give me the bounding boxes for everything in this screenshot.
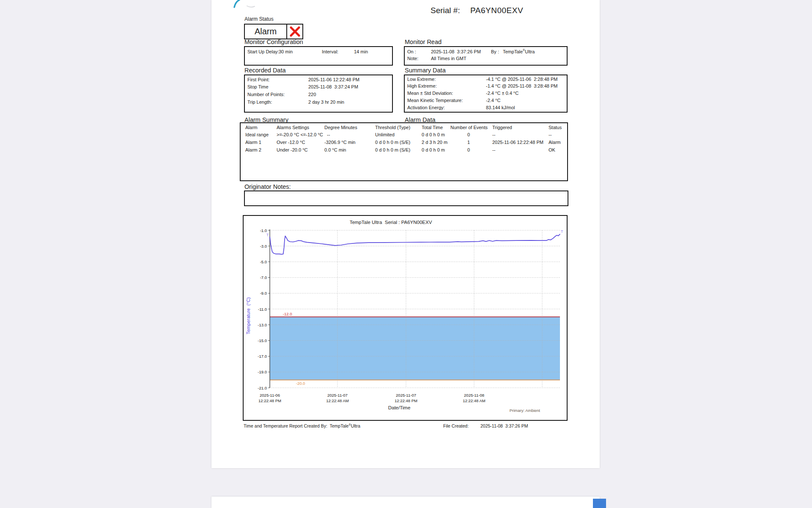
summary-row-label: High Extreme: <box>407 83 437 89</box>
next-page-sliver <box>211 497 600 508</box>
y-axis-title: Temperature (°C) <box>246 297 251 334</box>
recorded-row-value: 220 <box>308 92 316 97</box>
recorded-row-value: 2025-11-08 3:37:24 PM <box>308 84 358 90</box>
summary-data-box: Low Extreme: -4.1 °C @ 2025-11-06 2:28:4… <box>404 75 568 113</box>
report-page: Serial #: PA6YN00EXV Alarm Status Alarm … <box>211 0 600 468</box>
y-tick-label: -5.0 <box>260 260 267 264</box>
sensitech-logo-swoosh-icon <box>230 0 260 11</box>
y-tick-label: -11.0 <box>258 307 267 312</box>
table-cell: 0 d 0 h 0 m (S/E) <box>375 147 410 153</box>
table-cell: Over -12.0 °C <box>277 140 305 145</box>
read-on-value: 2025-11-08 3:37:26 PM <box>431 49 481 55</box>
summary-row-label: Activation Energy: <box>407 105 445 110</box>
table-cell: 1 <box>450 140 487 145</box>
y-tick-label: -19.0 <box>258 370 267 374</box>
footer-created-by: Time and Temperature Report Created By: … <box>244 423 360 428</box>
table-cell: -- <box>327 132 330 138</box>
table-cell: Unlimited <box>375 132 395 138</box>
table-cell: 0 <box>450 132 487 138</box>
col-header-triggered: Triggered <box>492 125 512 130</box>
table-cell: Under -20.0 °C <box>277 147 308 153</box>
footer-file-created-label: File Created: <box>443 423 469 428</box>
monitor-read-box: On : 2025-11-08 3:37:26 PM By : TempTale… <box>404 46 568 66</box>
y-tick-label: -13.0 <box>258 323 267 327</box>
y-tick-label: -17.0 <box>258 354 267 359</box>
temperature-chart: -12.0-20.0-1.0-3.0-5.0-7.0-9.0-11.0-13.0… <box>244 216 565 418</box>
monitor-configuration-box: Start Up Delay: 30 min Interval: 14 min <box>244 46 393 66</box>
x-tick-time: 12:22:48 AM <box>326 398 348 403</box>
monitor-read-heading: Monitor Read <box>405 39 442 45</box>
col-header-alarms-settings: Alarms Settings <box>277 125 309 130</box>
summary-row-value: 83.144 kJ/mol <box>486 105 515 110</box>
y-tick-label: -3.0 <box>260 244 267 248</box>
temperature-chart-frame: -12.0-20.0-1.0-3.0-5.0-7.0-9.0-11.0-13.0… <box>243 215 568 421</box>
x-tick-time: 12:22:48 AM <box>463 398 485 403</box>
x-tick-date: 2025-11-08 <box>464 393 484 398</box>
y-tick-label: -1.0 <box>260 228 267 233</box>
alarm-status-box: Alarm <box>244 24 303 39</box>
summary-data-heading: Summary Data <box>405 67 446 74</box>
serial-label: Serial #: <box>431 6 460 15</box>
recorded-row-label: Number of Points: <box>247 92 285 97</box>
alarm-x-cell <box>286 25 302 39</box>
table-cell: 0 d 0 h 0 m (S/E) <box>375 140 410 145</box>
x-tick-date: 2025-11-07 <box>396 393 416 398</box>
summary-row-label: Low Extreme: <box>407 77 436 82</box>
table-cell: Ideal range <box>245 132 269 138</box>
startup-delay-value: 30 min <box>279 49 293 55</box>
legend-primary-ambient: Primary: Ambient <box>510 408 540 413</box>
read-note-label: Note: <box>407 56 418 61</box>
footer-file-created-value: 2025-11-08 3:37:26 PM <box>480 423 528 428</box>
col-header-status: Status <box>549 125 562 130</box>
y-tick-label: -15.0 <box>258 338 267 343</box>
originator-notes-heading: Originator Notes: <box>244 183 291 190</box>
alarm-x-icon <box>290 26 300 37</box>
chart-title: TempTale Ultra Serial : PA6YN00EXV <box>350 220 432 225</box>
interval-label: Interval: <box>322 49 338 55</box>
originator-notes-box <box>244 190 568 206</box>
table-cell: Alarm 1 <box>245 140 261 145</box>
summary-row-value: -2.4 °C ± 0.4 °C <box>486 91 518 96</box>
recorded-data-box: First Point: 2025-11-06 12:22:48 PM Stop… <box>244 75 393 113</box>
col-header-degree-minutes: Degree Minutes <box>324 125 357 130</box>
x-tick-date: 2025-11-06 <box>260 393 280 398</box>
table-cell: 2025-11-06 12:22:48 PM <box>492 140 543 145</box>
table-cell: -- <box>492 147 495 153</box>
col-header-alarm: Alarm <box>245 125 258 130</box>
y-tick-label: -7.0 <box>260 275 267 280</box>
series-start-marker: T <box>266 233 269 237</box>
table-cell: 0 d 0 h 0 m <box>422 147 445 153</box>
x-axis-title: Date/Time <box>388 405 411 410</box>
table-cell: 0.0 °C min <box>324 147 346 153</box>
table-cell: Alarm <box>549 140 561 145</box>
col-header-threshold: Threshold (Type) <box>375 125 410 130</box>
summary-row-value: -4.1 °C @ 2025-11-06 2:28:48 PM <box>486 77 557 82</box>
table-cell: 0 d 0 h 0 m <box>422 132 445 138</box>
recorded-row-value: 2 day 3 hr 20 min <box>308 99 344 105</box>
summary-row-value: -1.4 °C @ 2025-11-08 3:28:48 PM <box>486 83 557 89</box>
table-cell: -- <box>492 132 495 138</box>
read-note-value: All Times in GMT <box>431 56 466 61</box>
table-cell: >=-20.0 °C <=-12.0 °C <box>277 132 323 138</box>
serial-value: PA6YN00EXV <box>470 6 523 15</box>
ideal-range-band <box>270 317 560 380</box>
recorded-row-value: 2025-11-06 12:22:48 PM <box>308 77 359 83</box>
monitor-configuration-heading: Monitor Configuration <box>244 39 303 45</box>
summary-row-label: Mean ± Std Deviation: <box>407 91 453 96</box>
series-end-marker: T <box>561 229 563 234</box>
table-cell: 2 d 3 h 20 m <box>422 140 447 145</box>
read-by-label: By : <box>491 49 499 55</box>
recorded-data-heading: Recorded Data <box>244 67 286 74</box>
interval-value: 14 min <box>354 49 368 55</box>
summary-row-value: -2.4 °C <box>486 98 500 103</box>
table-cell: -- <box>549 132 551 138</box>
col-header-total-time: Total Time <box>422 125 443 130</box>
table-cell: OK <box>549 147 555 153</box>
startup-delay-label: Start Up Delay: <box>247 49 279 55</box>
temperature-series-line <box>270 234 560 254</box>
read-by-value: TempTale®Ultra <box>503 49 535 55</box>
y-tick-label: -21.0 <box>258 386 267 390</box>
alarm-status-heading: Alarm Status <box>244 16 274 22</box>
x-tick-time: 12:22:48 PM <box>395 398 417 403</box>
col-header-number-of-events: Number of Events <box>450 125 487 130</box>
